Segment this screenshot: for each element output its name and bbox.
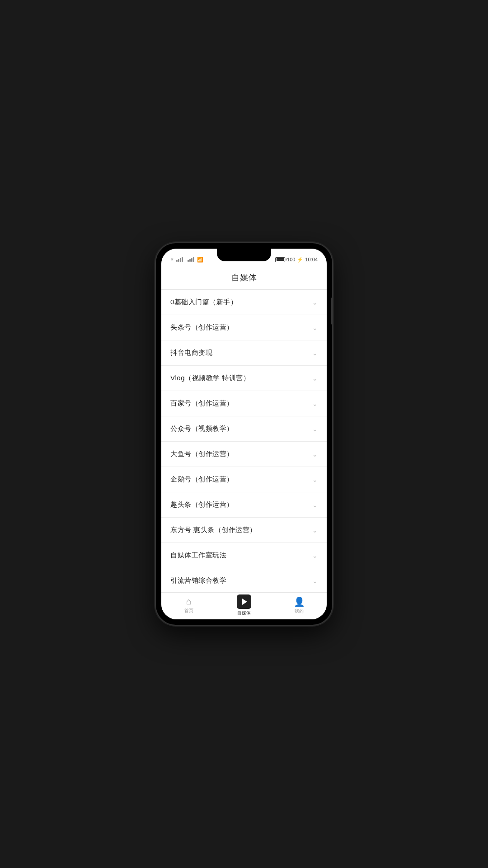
list-item[interactable]: 趣头条（创作运营） ⌄ <box>161 492 327 518</box>
page-header: 自媒体 <box>161 267 327 290</box>
nav-label-zimeiti: 自媒体 <box>237 610 251 616</box>
chevron-down-icon: ⌄ <box>312 400 318 407</box>
nav-item-home[interactable]: ⌂ 首页 <box>161 593 216 618</box>
person-icon: 👤 <box>294 596 305 607</box>
list-item-label: 公众号（视频教学） <box>170 425 234 433</box>
chevron-down-icon: ⌄ <box>312 451 318 458</box>
list-item-label: 0基础入门篇（新手） <box>170 298 237 307</box>
signal-icon-2 <box>188 257 194 262</box>
list-item[interactable]: 自媒体工作室玩法 ⌄ <box>161 543 327 568</box>
list-item-label: 抖音电商变现 <box>170 349 212 357</box>
page-title: 自媒体 <box>169 272 319 283</box>
list-item[interactable]: 抖音电商变现 ⌄ <box>161 340 327 366</box>
phone-screen: ✕ 📶 <box>161 249 327 619</box>
list-item[interactable]: Vlog（视频教学 特训营） ⌄ <box>161 366 327 391</box>
chevron-down-icon: ⌄ <box>312 324 318 331</box>
signal-x-icon: ✕ <box>170 257 174 262</box>
status-bar: ✕ 📶 <box>161 249 327 267</box>
list-item-label: 东方号 惠头条（创作运营） <box>170 526 257 534</box>
signal-icon-1 <box>176 257 183 262</box>
play-icon <box>237 594 251 609</box>
chevron-down-icon: ⌄ <box>312 476 318 483</box>
bottom-nav: ⌂ 首页 自媒体 👤 我的 <box>161 592 327 619</box>
phone-frame: ✕ 📶 <box>156 243 332 625</box>
wifi-icon: 📶 <box>197 257 203 263</box>
list-item[interactable]: 企鹅号（创作运营） ⌄ <box>161 467 327 492</box>
chevron-down-icon: ⌄ <box>312 299 318 306</box>
time-display: 10:04 <box>305 257 318 262</box>
list-item-label: Vlog（视频教学 特训营） <box>170 374 250 382</box>
list-item-label: 自媒体工作室玩法 <box>170 551 226 560</box>
chevron-down-icon: ⌄ <box>312 375 318 382</box>
list-item[interactable]: 公众号（视频教学） ⌄ <box>161 416 327 442</box>
list-item-label: 企鹅号（创作运营） <box>170 475 234 484</box>
chevron-down-icon: ⌄ <box>312 577 318 585</box>
list-item[interactable]: 引流营销综合教学 ⌄ <box>161 568 327 592</box>
list-item-label: 趣头条（创作运营） <box>170 500 234 509</box>
battery-label: 100 <box>287 257 295 262</box>
list-container: 0基础入门篇（新手） ⌄ 头条号（创作运营） ⌄ 抖音电商变现 ⌄ Vlog（视… <box>161 290 327 592</box>
home-icon: ⌂ <box>186 596 192 607</box>
list-item[interactable]: 0基础入门篇（新手） ⌄ <box>161 290 327 315</box>
list-item[interactable]: 大鱼号（创作运营） ⌄ <box>161 442 327 467</box>
battery-indicator <box>275 257 285 262</box>
nav-label-mine: 我的 <box>295 608 304 614</box>
chevron-down-icon: ⌄ <box>312 501 318 509</box>
list-item-label: 引流营销综合教学 <box>170 576 226 585</box>
list-item[interactable]: 百家号（创作运营） ⌄ <box>161 391 327 416</box>
nav-item-mine[interactable]: 👤 我的 <box>272 593 327 618</box>
chevron-down-icon: ⌄ <box>312 349 318 357</box>
list-item-label: 头条号（创作运营） <box>170 323 234 332</box>
list-item-label: 百家号（创作运营） <box>170 399 234 408</box>
nav-label-home: 首页 <box>184 608 193 614</box>
chevron-down-icon: ⌄ <box>312 552 318 559</box>
status-right: 100 ⚡ 10:04 <box>275 257 318 263</box>
chevron-down-icon: ⌄ <box>312 425 318 433</box>
list-item[interactable]: 东方号 惠头条（创作运营） ⌄ <box>161 518 327 543</box>
lightning-icon: ⚡ <box>297 257 303 263</box>
list-item[interactable]: 头条号（创作运营） ⌄ <box>161 315 327 340</box>
list-item-label: 大鱼号（创作运营） <box>170 450 234 458</box>
nav-item-zimeiti[interactable]: 自媒体 <box>216 593 272 618</box>
chevron-down-icon: ⌄ <box>312 527 318 534</box>
status-left: ✕ 📶 <box>170 257 203 263</box>
